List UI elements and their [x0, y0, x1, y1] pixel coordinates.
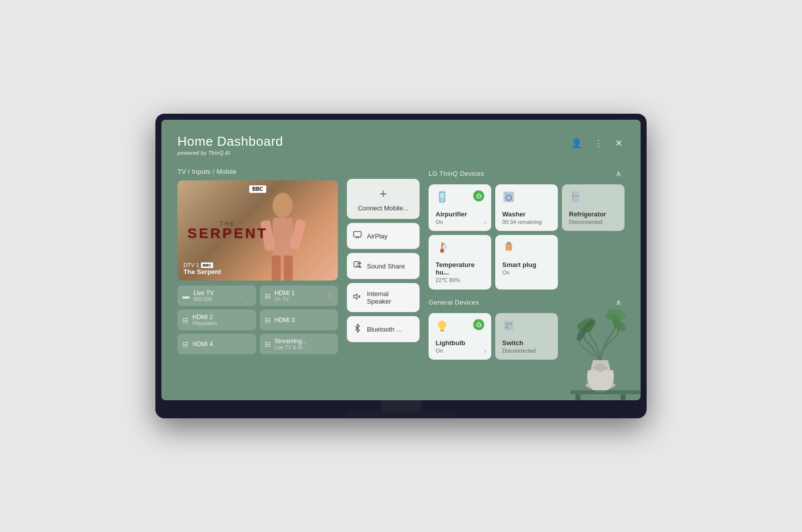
refrigerator-icon — [569, 190, 582, 206]
general-section-label: General Devices — [429, 299, 479, 306]
lightbulb-name: Lightbulb — [436, 339, 484, 347]
bluetooth-label: Bluetooth ... — [367, 326, 402, 333]
tv-outer: Home Dashboard powered by ThinQ AI 👤 ⋮ ✕… — [155, 114, 647, 418]
svg-point-9 — [359, 266, 361, 268]
airpurifier-chevron: › — [484, 219, 486, 226]
hdmi3-icon: ⊟ — [265, 316, 271, 324]
airplay-label: AirPlay — [367, 232, 387, 240]
sound-share-icon — [353, 260, 362, 272]
general-section-header: General Devices ∧ — [429, 297, 625, 308]
washer-icon — [502, 190, 515, 206]
svg-rect-42 — [575, 394, 580, 400]
live-tv-icon: ▬ — [182, 292, 189, 300]
device-card-temperature[interactable]: Temperature hu... 22℃ 80% — [429, 235, 491, 290]
input-hdmi2-info: HDMI 2 Playstation — [192, 314, 217, 326]
svg-rect-18 — [440, 197, 444, 198]
device-card-smartplug[interactable]: Smart plug On — [495, 235, 558, 290]
input-hdmi1[interactable]: ⊟ HDMI 1 U+ TV 🔒 — [260, 286, 338, 306]
svg-point-19 — [441, 199, 444, 201]
internal-speaker-label: Internal Speaker — [367, 290, 414, 305]
tv-base — [346, 411, 456, 418]
bbc-badge-bottom: BBC — [201, 262, 213, 268]
close-button[interactable]: ✕ — [613, 136, 625, 151]
svg-rect-5 — [284, 255, 293, 281]
dashboard: Home Dashboard powered by ThinQ AI 👤 ⋮ ✕… — [161, 120, 641, 400]
svg-rect-17 — [440, 195, 444, 196]
device-card-airpurifier[interactable]: ⏻ Airpurifier On › — [429, 184, 491, 231]
powered-by: powered by ThinQ AI — [177, 150, 283, 156]
svg-point-0 — [273, 193, 293, 218]
washer-status: 00:34 remaining — [502, 219, 551, 225]
more-options-button[interactable]: ⋮ — [592, 136, 605, 151]
svg-rect-28 — [441, 242, 443, 249]
airpurifier-name: Airpurifier — [436, 210, 484, 218]
tv-preview[interactable]: THE SERPENT BBC DTV 1 BBC The Serpent — [177, 180, 338, 281]
sound-share-button[interactable]: Sound Share — [347, 253, 420, 279]
general-collapse-button[interactable]: ∧ — [613, 297, 625, 308]
hdmi2-icon: ⊟ — [182, 316, 188, 324]
header-icons: 👤 ⋮ ✕ — [569, 136, 625, 151]
svg-rect-39 — [506, 326, 509, 329]
page-title: Home Dashboard — [177, 134, 283, 149]
svg-rect-16 — [440, 194, 444, 195]
input-streaming[interactable]: ⊟ Streaming... Live TV & St... — [260, 334, 338, 354]
svg-rect-43 — [621, 394, 626, 400]
show-title: The Serpent — [183, 268, 221, 276]
inputs-grid: ▬ Live TV 000-000 ✓ ⊟ HDMI 1 U+ TV — [177, 286, 338, 354]
bbc-badge-top: BBC — [249, 185, 266, 193]
device-card-washer[interactable]: Washer 00:34 remaining — [495, 184, 558, 231]
svg-rect-41 — [570, 390, 641, 394]
bluetooth-button[interactable]: Bluetooth ... — [347, 316, 420, 342]
device-card-switch[interactable]: Switch Disconnected — [495, 313, 558, 360]
left-panel: TV / Inputs / Mobile — [177, 168, 338, 367]
internal-speaker-icon — [353, 292, 362, 304]
lightbulb-chevron: › — [484, 348, 486, 355]
svg-marker-12 — [354, 294, 357, 299]
sound-share-label: Sound Share — [367, 262, 405, 270]
device-card-refrigerator[interactable]: Refrigerator Disconnected — [562, 184, 625, 231]
svg-rect-4 — [272, 255, 281, 281]
smartplug-icon — [502, 241, 515, 257]
svg-rect-37 — [506, 323, 509, 326]
hdmi1-icon: ⊟ — [265, 292, 271, 300]
thinq-collapse-button[interactable]: ∧ — [613, 168, 625, 179]
general-section: General Devices ∧ — [429, 297, 625, 360]
airplay-icon — [353, 230, 362, 242]
connect-mobile-button[interactable]: + Connect Mobile... — [347, 179, 420, 219]
input-hdmi4[interactable]: ⊟ HDMI 4 — [177, 334, 256, 354]
header-title-area: Home Dashboard powered by ThinQ AI — [177, 134, 283, 156]
main-content: TV / Inputs / Mobile — [177, 168, 625, 367]
input-hdmi1-info: HDMI 1 U+ TV — [275, 290, 295, 302]
user-icon-button[interactable]: 👤 — [569, 136, 584, 151]
active-check-icon: ✓ — [245, 292, 251, 300]
input-live-tv-info: Live TV 000-000 — [193, 290, 214, 302]
tv-stand — [161, 400, 641, 418]
lightbulb-icon — [436, 319, 449, 335]
temperature-icon — [436, 241, 449, 257]
switch-name: Switch — [502, 339, 551, 347]
input-hdmi2[interactable]: ⊟ HDMI 2 Playstation — [177, 310, 256, 330]
airpurifier-icon — [436, 190, 449, 206]
show-text: THE SERPENT — [187, 220, 268, 240]
channel-number: DTV 1 BBC — [183, 262, 221, 268]
svg-rect-38 — [509, 323, 512, 326]
internal-speaker-button[interactable]: Internal Speaker — [347, 283, 420, 312]
lightbulb-status: On — [436, 348, 484, 354]
tv-screen: Home Dashboard powered by ThinQ AI 👤 ⋮ ✕… — [161, 120, 641, 400]
svg-rect-32 — [507, 242, 508, 244]
input-live-tv[interactable]: ▬ Live TV 000-000 ✓ — [177, 286, 256, 306]
svg-rect-33 — [509, 242, 510, 244]
middle-panel: + Connect Mobile... AirPlay — [347, 179, 420, 367]
device-card-lightbulb[interactable]: ⏻ Lightbulb On › — [429, 313, 491, 360]
lock-icon: 🔒 — [327, 293, 333, 299]
input-hdmi3[interactable]: ⊟ HDMI 3 — [260, 310, 338, 330]
smartplug-status: On — [502, 270, 551, 276]
svg-rect-34 — [506, 246, 511, 249]
tv-neck — [381, 400, 421, 411]
temperature-status: 22℃ 80% — [436, 277, 484, 284]
airplay-button[interactable]: AirPlay — [347, 223, 420, 249]
bluetooth-icon — [353, 324, 362, 335]
switch-icon — [502, 319, 515, 335]
svg-rect-23 — [505, 193, 507, 194]
input-hdmi4-info: HDMI 4 — [192, 341, 213, 348]
